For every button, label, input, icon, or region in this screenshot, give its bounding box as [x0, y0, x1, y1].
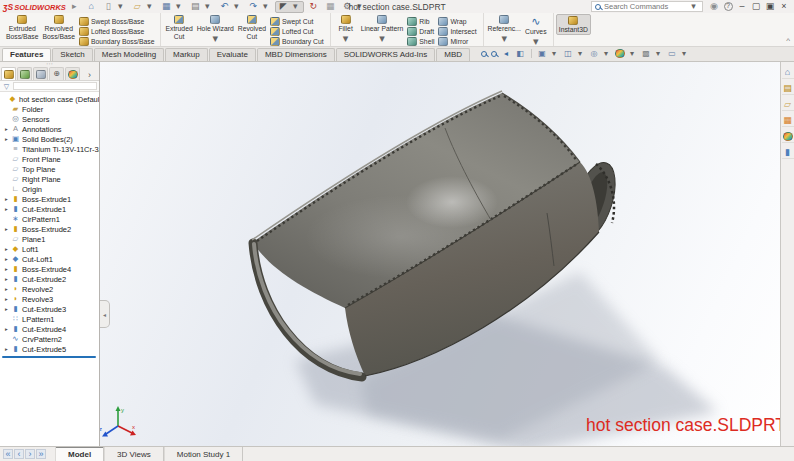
display-style-button[interactable]: ◫▾: [563, 49, 585, 58]
view-settings-button[interactable]: ▭▾: [667, 49, 689, 58]
tree-item-loft1[interactable]: ▸◆Loft1: [0, 244, 99, 254]
revolved-boss-button[interactable]: Revolved Boss/Base: [41, 14, 78, 41]
extruded-cut-button[interactable]: Extruded Cut: [163, 14, 194, 41]
graphics-area[interactable]: y x z hot section case.SLDPRT: [100, 62, 780, 446]
tree-item-hot-section-case-default-d[interactable]: ◆hot section case (Default) <<D: [0, 94, 99, 104]
intersect-button[interactable]: Intersect: [436, 26, 478, 36]
curves-button[interactable]: ∿Curves▾: [523, 14, 549, 49]
tree-item-cut-extrude1[interactable]: ▸▮Cut-Extrude1: [0, 204, 99, 214]
tree-item-revolve2[interactable]: ▸◗Revolve2: [0, 284, 99, 294]
section-view-button[interactable]: ◧: [515, 49, 525, 58]
tree-item-front-plane[interactable]: ▱Front Plane: [0, 154, 99, 164]
maximize-button[interactable]: ▢: [749, 1, 763, 13]
rib-button[interactable]: Rib: [405, 16, 436, 26]
appearances-button[interactable]: [782, 131, 794, 143]
lofted-boss-button[interactable]: Lofted Boss/Base: [77, 26, 156, 36]
ribbon-collapse-button[interactable]: [786, 36, 790, 45]
tree-item-solid-bodies-2[interactable]: ▸▣Solid Bodies(2): [0, 134, 99, 144]
boundary-boss-button[interactable]: Boundary Boss/Base: [77, 36, 156, 46]
select-button[interactable]: ◤▾: [275, 1, 304, 13]
panel-tab-configurationmanager[interactable]: [33, 67, 48, 80]
help-button[interactable]: ?: [721, 1, 735, 13]
file-properties-button[interactable]: ▦: [323, 1, 338, 13]
scroll-next-button[interactable]: ›: [25, 449, 35, 459]
tab-sketch[interactable]: Sketch: [52, 48, 92, 61]
tree-item-boss-extrude4[interactable]: ▸▮Boss-Extrude4: [0, 264, 99, 274]
scroll-prev-button[interactable]: ‹: [14, 449, 24, 459]
panel-tab-displaymanager[interactable]: [65, 67, 80, 80]
view-palette-button[interactable]: ▦: [782, 115, 794, 127]
fillet-button[interactable]: Fillet▾: [333, 14, 359, 46]
tab-features[interactable]: Features: [2, 48, 51, 61]
tree-item-top-plane[interactable]: ▱Top Plane: [0, 164, 99, 174]
scroll-last-button[interactable]: »: [36, 449, 46, 459]
tree-item-cut-extrude2[interactable]: ▸▮Cut-Extrude2: [0, 274, 99, 284]
rollback-bar[interactable]: [2, 356, 96, 358]
minimize-button[interactable]: –: [735, 1, 749, 13]
tree-item-boss-extrude1[interactable]: ▸▮Boss-Extrude1: [0, 194, 99, 204]
redo-button[interactable]: ↷▾: [246, 1, 273, 13]
linear-pattern-button[interactable]: Linear Pattern▾: [359, 14, 406, 46]
zoom-to-area-button[interactable]: [491, 51, 497, 57]
tab-mbd[interactable]: MBD: [436, 48, 470, 61]
lofted-cut-button[interactable]: Lofted Cut: [268, 26, 326, 36]
rebuild-button[interactable]: ↻: [306, 1, 321, 13]
tree-item-sensors[interactable]: ◎Sensors: [0, 114, 99, 124]
tab-mesh-modeling[interactable]: Mesh Modeling: [94, 48, 164, 61]
revolved-cut-button[interactable]: Revolved Cut: [236, 14, 268, 41]
sheet-tab-3d-views[interactable]: 3D Views: [104, 447, 164, 461]
hide-show-items-button[interactable]: ◎▾: [589, 49, 611, 58]
search-input[interactable]: [604, 2, 685, 11]
view-orientation-button[interactable]: ▣▾: [531, 49, 559, 58]
tree-item-plane1[interactable]: ▱Plane1: [0, 234, 99, 244]
shell-button[interactable]: Shell: [405, 36, 436, 46]
tree-item-boss-extrude2[interactable]: ▸▮Boss-Extrude2: [0, 224, 99, 234]
draft-button[interactable]: Draft: [405, 26, 436, 36]
mirror-button[interactable]: Mirror: [436, 36, 478, 46]
panel-tab-dimxpertmanager[interactable]: ⊕: [49, 67, 64, 80]
reference-geometry-button[interactable]: Referenc...▾: [486, 14, 523, 46]
logo-arrow-button[interactable]: ▸: [67, 1, 82, 13]
tree-item-origin[interactable]: ∟Origin: [0, 184, 99, 194]
wrap-button[interactable]: Wrap: [436, 16, 478, 26]
previous-view-button[interactable]: ◂: [501, 49, 511, 58]
panel-tab-propertymanager[interactable]: [17, 67, 32, 80]
panel-collapse-handle[interactable]: [100, 300, 110, 328]
design-library-button[interactable]: ▤: [782, 83, 794, 95]
tree-item-cut-extrude4[interactable]: ▸▮Cut-Extrude4: [0, 324, 99, 334]
tree-item-cut-loft1[interactable]: ▸◆Cut-Loft1: [0, 254, 99, 264]
tree-item-titanium-ti-13v-11cr-3al-s[interactable]: ≡Titanium Ti-13V-11Cr-3Al S: [0, 144, 99, 154]
open-folder-button[interactable]: ▱▾: [130, 1, 157, 13]
instant3d-button[interactable]: Instant3D: [556, 14, 591, 35]
extruded-boss-button[interactable]: Extruded Boss/Base: [4, 14, 41, 41]
sheet-tab-motion-study-1[interactable]: Motion Study 1: [164, 447, 243, 461]
zoom-to-fit-button[interactable]: [481, 51, 487, 57]
tree-item-folder[interactable]: ▰Folder: [0, 104, 99, 114]
print-button[interactable]: ▤▾: [188, 1, 215, 13]
swept-boss-button[interactable]: Swept Boss/Base: [77, 16, 156, 26]
resources-button[interactable]: ⌂: [782, 67, 794, 79]
tab-mbd-dimensions[interactable]: MBD Dimensions: [257, 48, 335, 61]
tree-item-cirpattern1[interactable]: ∗CirPattern1: [0, 214, 99, 224]
model-3d[interactable]: y x z: [100, 62, 780, 446]
tab-solidworks-add-ins[interactable]: SOLIDWORKS Add-Ins: [336, 48, 436, 61]
tree-item-revolve3[interactable]: ▸◗Revolve3: [0, 294, 99, 304]
search-box[interactable]: ▾: [591, 1, 703, 12]
restore-button[interactable]: ▣: [763, 1, 777, 13]
panel-tab-featuremanager[interactable]: [1, 67, 16, 80]
home-button[interactable]: ⌂: [84, 1, 99, 13]
tree-item-cut-extrude3[interactable]: ▸▮Cut-Extrude3: [0, 304, 99, 314]
close-button[interactable]: ×: [777, 1, 791, 13]
new-file-button[interactable]: ▯▾: [101, 1, 128, 13]
apply-scene-button[interactable]: ▩▾: [641, 49, 663, 58]
sheet-tab-model[interactable]: Model: [55, 447, 104, 461]
tree-item-lpattern1[interactable]: ∷LPattern1: [0, 314, 99, 324]
file-explorer-button[interactable]: ▱: [782, 99, 794, 111]
tree-item-right-plane[interactable]: ▱Right Plane: [0, 174, 99, 184]
user-button[interactable]: ◉: [707, 1, 721, 13]
custom-properties-button[interactable]: ▮: [782, 147, 794, 159]
scroll-first-button[interactable]: «: [3, 449, 13, 459]
save-button[interactable]: ▦▾: [159, 1, 186, 13]
boundary-cut-button[interactable]: Boundary Cut: [268, 36, 326, 46]
edit-appearance-button[interactable]: ▾: [615, 49, 637, 58]
